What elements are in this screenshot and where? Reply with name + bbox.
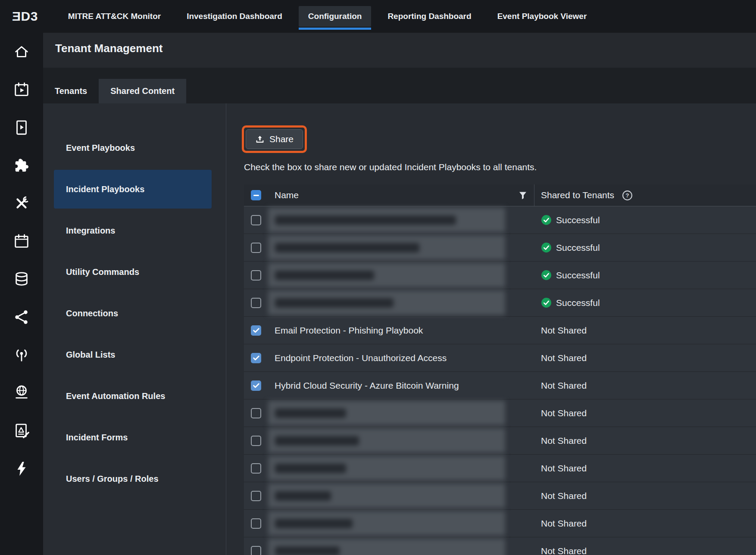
row-checkbox-cell — [244, 206, 268, 234]
playbook-name-cell — [268, 427, 534, 454]
nav-reporting-dashboard[interactable]: Reporting Dashboard — [378, 6, 481, 27]
menu-item-incident-forms[interactable]: Incident Forms — [54, 418, 212, 457]
puzzle-piece-icon[interactable] — [13, 157, 30, 174]
filter-icon[interactable] — [518, 190, 528, 200]
success-check-icon — [541, 215, 552, 225]
shared-status-text: Not Shared — [541, 325, 587, 336]
menu-item-global-lists[interactable]: Global Lists — [54, 335, 212, 374]
broadcast-icon[interactable] — [13, 347, 30, 363]
redacted-playbook-name — [268, 290, 505, 315]
menu-item-incident-playbooks[interactable]: Incident Playbooks — [54, 170, 212, 209]
tools-icon[interactable] — [13, 195, 30, 212]
row-checkbox[interactable] — [251, 215, 261, 225]
calendar-icon[interactable] — [13, 233, 30, 249]
row-checkbox[interactable] — [251, 518, 261, 529]
shared-status-cell: Not Shared — [534, 344, 756, 371]
tab-shared-content[interactable]: Shared Content — [99, 79, 186, 103]
row-checkbox[interactable] — [251, 325, 261, 336]
database-icon[interactable] — [13, 271, 30, 287]
nav-mitre-attack-monitor[interactable]: MITRE ATT&CK Monitor — [59, 6, 170, 27]
playbook-name-cell — [268, 289, 534, 316]
row-checkbox[interactable] — [251, 491, 261, 501]
lightning-bolt-icon[interactable] — [13, 461, 30, 477]
table-row: Not Shared — [244, 482, 756, 510]
tab-strip: Tenants Shared Content — [43, 68, 756, 103]
nav-investigation-dashboard[interactable]: Investigation Dashboard — [177, 6, 292, 27]
shared-status-cell: Not Shared — [534, 372, 756, 399]
document-play-icon[interactable] — [13, 119, 30, 136]
redacted-playbook-name — [268, 483, 505, 508]
shared-status-text: Successful — [556, 215, 600, 225]
row-checkbox-cell — [244, 262, 268, 289]
playbook-name-cell — [268, 234, 534, 261]
name-column-header: Name — [268, 184, 534, 206]
globe-icon[interactable] — [13, 385, 30, 401]
playbook-name-cell — [268, 399, 534, 427]
row-checkbox-cell — [244, 399, 268, 427]
tab-tenants[interactable]: Tenants — [43, 79, 99, 103]
shared-status-text: Not Shared — [541, 408, 587, 418]
menu-item-integrations[interactable]: Integrations — [54, 211, 212, 250]
row-checkbox[interactable] — [251, 463, 261, 474]
redacted-playbook-name — [268, 511, 505, 536]
nav-configuration[interactable]: Configuration — [299, 6, 372, 27]
form-pencil-icon[interactable] — [13, 423, 30, 439]
redacted-playbook-name — [268, 263, 505, 287]
incident-playbooks-share-area: Share Check the box to share new or upda… — [227, 103, 756, 555]
shared-status-cell: Not Shared — [534, 427, 756, 454]
upload-icon — [255, 134, 265, 144]
network-nodes-icon[interactable] — [13, 309, 30, 325]
shared-status-cell: Not Shared — [534, 510, 756, 537]
select-all-checkbox[interactable] — [251, 190, 261, 200]
table-row: Successful — [244, 234, 756, 262]
table-row: Successful — [244, 262, 756, 289]
shared-status-cell: Successful — [534, 234, 756, 261]
playbook-name-cell — [268, 482, 534, 509]
playbook-name-cell — [268, 537, 534, 555]
row-checkbox[interactable] — [251, 353, 261, 363]
table-row: Not Shared — [244, 427, 756, 455]
shared-status-cell: Not Shared — [534, 399, 756, 427]
row-checkbox[interactable] — [251, 408, 261, 418]
shared-status-text: Not Shared — [541, 518, 587, 529]
row-checkbox[interactable] — [251, 298, 261, 308]
playbook-name-cell — [268, 262, 534, 289]
table-row: Hybrid Cloud Security - Azure Bitcoin Wa… — [244, 372, 756, 399]
playbook-name-cell — [268, 510, 534, 537]
shared-status-text: Not Shared — [541, 546, 587, 555]
instruction-text: Check the box to share new or updated In… — [244, 162, 537, 172]
top-navigation: ƎD3 MITRE ATT&CK Monitor Investigation D… — [0, 0, 756, 33]
row-checkbox[interactable] — [251, 436, 261, 446]
shared-status-text: Successful — [556, 270, 600, 281]
calendar-play-icon[interactable] — [13, 81, 30, 98]
menu-item-event-playbooks[interactable]: Event Playbooks — [54, 128, 212, 167]
menu-item-connections[interactable]: Connections — [54, 294, 212, 333]
shared-status-cell: Not Shared — [534, 482, 756, 509]
row-checkbox-cell — [244, 537, 268, 555]
nav-event-playbook-viewer[interactable]: Event Playbook Viewer — [488, 6, 597, 27]
redacted-playbook-name — [268, 401, 505, 425]
row-checkbox[interactable] — [251, 380, 261, 391]
redacted-playbook-name — [268, 428, 505, 453]
row-checkbox[interactable] — [251, 243, 261, 253]
d3-logo[interactable]: ƎD3 — [12, 9, 38, 24]
shared-status-cell: Not Shared — [534, 317, 756, 344]
share-button[interactable]: Share — [246, 129, 303, 149]
menu-item-users-groups-roles[interactable]: Users / Groups / Roles — [54, 459, 212, 498]
home-icon[interactable] — [13, 44, 30, 60]
shared-status-text: Not Shared — [541, 380, 587, 391]
row-checkbox[interactable] — [251, 270, 261, 281]
table-row: Successful — [244, 206, 756, 234]
menu-item-event-automation-rules[interactable]: Event Automation Rules — [54, 377, 212, 415]
redacted-playbook-name — [268, 208, 505, 232]
help-icon[interactable]: ? — [622, 190, 633, 201]
row-checkbox-cell — [244, 510, 268, 537]
row-checkbox-cell — [244, 372, 268, 399]
playbook-name: Hybrid Cloud Security - Azure Bitcoin Wa… — [275, 380, 459, 391]
config-menu: Event Playbooks Incident Playbooks Integ… — [43, 103, 226, 555]
row-checkbox[interactable] — [251, 546, 261, 555]
shared-status-cell: Not Shared — [534, 455, 756, 482]
shared-status-cell: Successful — [534, 206, 756, 234]
icon-sidebar — [0, 33, 43, 555]
menu-item-utility-commands[interactable]: Utility Commands — [54, 253, 212, 291]
